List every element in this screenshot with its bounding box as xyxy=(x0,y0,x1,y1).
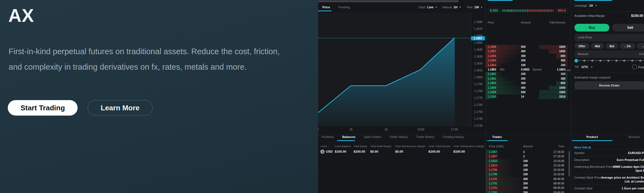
balances-header: Total Maintenance Margin xyxy=(395,145,425,148)
bid-row[interactable]: 1.1862100100 xyxy=(485,72,571,76)
slider-dot xyxy=(639,60,641,62)
trade-price: 1.1791 xyxy=(489,178,497,181)
active-tab-indicator xyxy=(337,140,355,141)
order-amount: 500 xyxy=(521,91,526,94)
slider-dot xyxy=(607,60,609,62)
buy-button[interactable]: Buy xyxy=(574,24,609,32)
learn-more-button[interactable]: Learn More xyxy=(88,100,152,116)
order-total: 1000 xyxy=(559,86,565,89)
bid-row[interactable]: 1.1250141514 xyxy=(485,95,571,99)
ask-row[interactable]: 1.1864100100 xyxy=(485,63,571,67)
amount-slider[interactable] xyxy=(574,59,644,62)
bid-row[interactable]: 1.18585001500 xyxy=(485,90,571,95)
more-info-link[interactable]: More Info ⧉ xyxy=(574,146,591,149)
price-chip-1[interactable]: ↓ 1% xyxy=(620,43,635,49)
ask-row[interactable]: 1.1866300600 xyxy=(485,54,571,58)
sell-button[interactable]: Sell xyxy=(612,24,644,32)
start-trading-button[interactable]: Start Trading xyxy=(8,100,78,116)
interval-select[interactable]: Interval 1H ▼ xyxy=(442,6,461,9)
ask-row[interactable]: 1.1865200300 xyxy=(485,58,571,63)
tab-trades[interactable]: Trades xyxy=(492,135,502,139)
balances-header: Asset ↓ xyxy=(320,145,329,148)
bid-row[interactable]: 1.1861200300 xyxy=(485,77,571,81)
slider-dot xyxy=(623,60,625,62)
price-shortcut-chips: OfferMidBid↓ 1%↓ 5% xyxy=(574,43,644,49)
trades-scrollbar-thumb[interactable] xyxy=(569,151,570,176)
price-chip-bid[interactable]: Bid xyxy=(605,43,618,49)
estimated-margin-label: Estimated margin required xyxy=(574,76,610,79)
tab-funding[interactable]: Funding xyxy=(338,6,350,9)
post-only-checkbox[interactable] xyxy=(632,65,637,69)
sell-percent-badge: 50% S xyxy=(556,8,568,13)
y-axis-tick: 1.1730 xyxy=(471,124,485,127)
bottom-tab-balances[interactable]: Balances xyxy=(342,135,356,139)
price-chart[interactable] xyxy=(318,13,471,127)
trade-time: 10:15:06 xyxy=(553,168,564,171)
trade-row: 1.181010013:15:06 xyxy=(485,163,571,168)
bottom-tab-order-history[interactable]: Order History xyxy=(390,135,408,139)
tif-select[interactable]: TIF GTC ▼ xyxy=(574,65,593,69)
bid-row[interactable]: 1.1860300600 xyxy=(485,81,571,85)
review-order-button[interactable]: Review Order xyxy=(574,81,644,90)
order-amount: 14 xyxy=(521,95,524,98)
mid-price: 1.1863 xyxy=(488,68,496,71)
bid-rows: 1.18621001001.18612003001.18603006001.18… xyxy=(485,72,571,99)
order-total: 100 xyxy=(561,64,565,67)
side-toggle: Buy Sell xyxy=(574,24,644,32)
price-chip-5[interactable]: ↓ 5% xyxy=(637,43,644,49)
product-value-line: Euro Perpetual Fut xyxy=(617,158,644,162)
interval-label: Interval xyxy=(442,6,452,9)
order-amount: 400 xyxy=(521,86,526,89)
slider-dot xyxy=(599,60,601,62)
tab-account[interactable]: Account xyxy=(628,135,640,139)
slider-handle[interactable] xyxy=(574,59,578,62)
ask-row[interactable]: 1.18685001500 xyxy=(485,45,571,49)
trade-row: 1.179120008:45:06 xyxy=(485,177,571,181)
chart-tabs: Price Funding xyxy=(318,6,350,9)
price-chip-offer[interactable]: Offer xyxy=(574,43,589,49)
product-row-value: EURUSD-P xyxy=(628,151,644,155)
limit-price-placeholder: Limit Price xyxy=(578,36,592,39)
chart-header: Price Funding Chart Line ▼ Interval 1H ▼… xyxy=(318,3,483,12)
y-axis-tick: 1.1810 xyxy=(471,69,485,72)
trade-amount: 100 xyxy=(523,164,528,167)
time-range-select[interactable]: Time 1W ▼ xyxy=(466,6,483,9)
horizontal-scrollbar-thumb[interactable] xyxy=(318,0,459,2)
bottom-tab-open-orders[interactable]: Open Orders xyxy=(364,135,382,139)
buy-percent-badge: B 50% xyxy=(488,8,500,13)
bid-row[interactable]: 1.18594001000 xyxy=(485,86,571,90)
bottom-tab-funding-history[interactable]: Funding History xyxy=(443,135,464,139)
trade-amount: 100 xyxy=(523,168,528,171)
order-amount: 400 xyxy=(521,50,526,53)
amount-input[interactable]: Amount Contracts xyxy=(574,50,644,58)
order-price: 1.1865 xyxy=(488,59,496,62)
y-axis-tick: 1.1750 xyxy=(471,110,485,113)
bottom-tab-trade-history[interactable]: Trade History xyxy=(416,135,435,139)
tab-product[interactable]: Product xyxy=(586,135,598,139)
interval-value: 1H xyxy=(454,6,458,9)
y-axis-tick: 1.1790 xyxy=(471,83,485,86)
tab-price[interactable]: Price xyxy=(322,6,330,9)
current-price-line xyxy=(318,38,471,38)
spread-label: Spread xyxy=(533,68,541,71)
product-row-value: 1 Euro per cont xyxy=(622,186,644,190)
product-row-underlying-benchmark-price: Underlying Benchmark PriceWMR London 4pm… xyxy=(574,163,644,174)
bottom-tab-positions[interactable]: Positions xyxy=(321,135,334,139)
order-total: 300 xyxy=(561,59,565,62)
order-total: 600 xyxy=(561,82,565,85)
limit-price-input[interactable]: Limit Price USD xyxy=(574,34,644,41)
trade-row: 1.179120008:45:06 xyxy=(485,186,571,190)
ask-rows: 1.186850015001.186740010001.18663006001.… xyxy=(485,45,571,67)
product-row-value: WMR London 4pm CloSpot R xyxy=(613,165,644,173)
product-row-value: Average price on Architect BermLtd. at L… xyxy=(601,176,644,183)
ask-row[interactable]: 1.18674001000 xyxy=(485,49,571,54)
y-axis-tick: 1.1830 xyxy=(471,55,485,58)
price-chip-mid[interactable]: Mid xyxy=(591,43,604,49)
trade-row: 1.179120008:45:06 xyxy=(485,191,571,193)
x-axis-tick: 17:00 xyxy=(451,128,458,131)
balances-header: Avail. Maintenance Margin xyxy=(453,145,484,148)
leverage-select[interactable]: Leverage 1X ▼ xyxy=(574,4,597,7)
chart-type-select[interactable]: Chart Line ▼ xyxy=(418,6,437,9)
brand-logo: AX xyxy=(8,5,34,26)
trades-rows: 1.1857117:15:021.1857117:15:021.18101001… xyxy=(485,150,571,193)
